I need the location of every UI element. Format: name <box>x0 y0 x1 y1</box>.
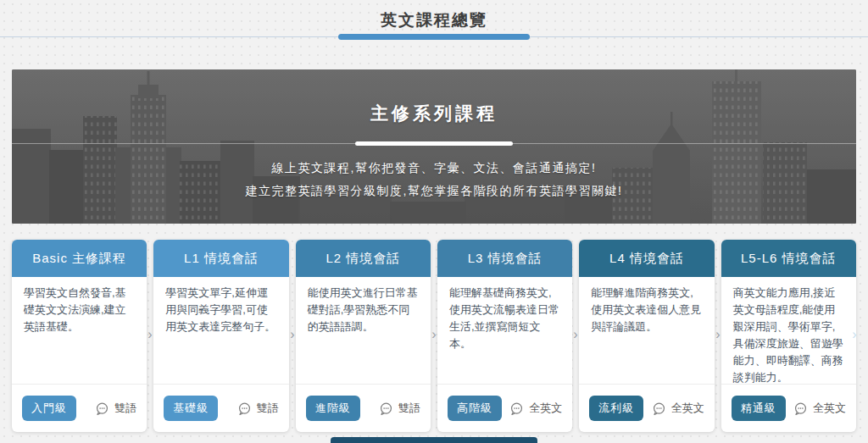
hero-accent-bar <box>355 141 513 146</box>
language-label: 雙語 <box>398 401 420 416</box>
hero-content: 主修系列課程 線上英文課程,幫你把發音、字彙、文法、會話通通搞定! 建立完整英語… <box>12 69 856 224</box>
level-badge: 基礎級 <box>164 396 218 421</box>
next-chevron-icon: › <box>573 328 577 341</box>
card-description: 能理解進階商務英文,使用英文表達個人意見與評論議題。 <box>579 277 714 384</box>
language-tag: 全英文 <box>793 401 846 417</box>
course-card-l3[interactable]: L3 情境會話 能理解基礎商務英文,使用英文流暢表達日常生活,並撰寫簡短文本。 … <box>437 240 572 432</box>
card-footer: 進階級 雙語 <box>296 384 431 432</box>
carousel-next-icon[interactable]: › <box>852 328 856 341</box>
hero-rule <box>12 143 856 144</box>
course-card-l2[interactable]: L2 情境會話 能使用英文進行日常基礎對話,學習熟悉不同的英語語調。 進階級 雙… <box>296 240 431 432</box>
card-description: 能理解基礎商務英文,使用英文流暢表達日常生活,並撰寫簡短文本。 <box>437 277 572 384</box>
language-label: 全英文 <box>529 401 562 416</box>
language-label: 全英文 <box>671 401 704 416</box>
card-footer: 流利級 全英文 <box>579 384 714 432</box>
title-accent-bar <box>338 34 530 40</box>
card-description: 能使用英文進行日常基礎對話,學習熟悉不同的英語語調。 <box>296 277 431 384</box>
course-card-list: Basic 主修課程 學習英文自然發音,基礎英文文法演練,建立英語基礎。 入門級… <box>12 240 856 432</box>
card-footer: 入門級 雙語 <box>12 384 147 432</box>
card-footer: 精通級 全英文 <box>721 384 856 432</box>
hero-description: 線上英文課程,幫你把發音、字彙、文法、會話通通搞定! 建立完整英語學習分級制度,… <box>12 157 856 202</box>
speech-bubble-icon <box>236 401 253 417</box>
card-header: L1 情境會話 <box>153 240 288 277</box>
card-description: 學習英文自然發音,基礎英文文法演練,建立英語基礎。 <box>12 277 147 384</box>
card-footer: 基礎級 雙語 <box>153 384 288 432</box>
next-chevron-icon: › <box>431 328 436 341</box>
page-header: 英文課程總覽 <box>0 0 868 42</box>
speech-bubble-icon <box>94 401 110 417</box>
language-tag: 全英文 <box>651 401 704 417</box>
card-header: Basic 主修課程 <box>12 240 147 277</box>
language-label: 全英文 <box>813 401 846 416</box>
card-description: 商英文能力應用,接近英文母語程度,能使用艱深用詞、學術單字,具備深度旅遊、留遊學… <box>721 277 856 384</box>
level-badge: 入門級 <box>22 396 76 421</box>
level-badge: 流利級 <box>589 396 643 421</box>
language-label: 雙語 <box>114 401 136 416</box>
speech-bubble-icon <box>378 401 394 417</box>
speech-bubble-icon <box>509 401 525 417</box>
hero-description-line2: 建立完整英語學習分級制度,幫您掌握各階段的所有英語學習關鍵! <box>12 180 856 202</box>
next-chevron-icon: › <box>147 328 152 341</box>
course-card-l4[interactable]: L4 情境會話 能理解進階商務英文,使用英文表達個人意見與評論議題。 流利級 全… <box>579 240 714 432</box>
card-footer: 高階級 全英文 <box>437 384 572 432</box>
course-overview-page: 英文課程總覽 <box>0 0 868 443</box>
language-tag: 雙語 <box>236 401 279 417</box>
next-section-bar <box>331 437 537 443</box>
card-header: L5-L6 情境會話 <box>721 240 856 277</box>
next-chevron-icon: › <box>715 328 720 341</box>
language-tag: 雙語 <box>94 401 136 417</box>
speech-bubble-icon <box>651 401 667 417</box>
hero-title: 主修系列課程 <box>12 102 856 125</box>
card-header: L4 情境會話 <box>579 240 714 277</box>
level-badge: 精通級 <box>732 396 786 421</box>
level-badge: 高階級 <box>448 396 502 421</box>
language-tag: 雙語 <box>378 401 420 417</box>
course-card-l5-l6[interactable]: L5-L6 情境會話 商英文能力應用,接近英文母語程度,能使用艱深用詞、學術單字… <box>721 240 856 432</box>
language-label: 雙語 <box>257 401 279 416</box>
speech-bubble-icon <box>793 401 809 417</box>
hero-banner: 主修系列課程 線上英文課程,幫你把發音、字彙、文法、會話通通搞定! 建立完整英語… <box>12 69 856 224</box>
card-header: L3 情境會話 <box>437 240 572 277</box>
course-card-l1[interactable]: L1 情境會話 學習英文單字,延伸運用與同義字學習,可使用英文表達完整句子。 基… <box>153 240 288 432</box>
language-tag: 全英文 <box>509 401 562 417</box>
hero-description-line1: 線上英文課程,幫你把發音、字彙、文法、會話通通搞定! <box>12 157 856 180</box>
page-title: 英文課程總覽 <box>0 9 868 31</box>
next-chevron-icon: › <box>290 328 294 341</box>
level-badge: 進階級 <box>306 396 360 421</box>
course-card-basic[interactable]: Basic 主修課程 學習英文自然發音,基礎英文文法演練,建立英語基礎。 入門級… <box>12 240 147 432</box>
card-header: L2 情境會話 <box>296 240 431 277</box>
card-description: 學習英文單字,延伸運用與同義字學習,可使用英文表達完整句子。 <box>153 277 288 384</box>
